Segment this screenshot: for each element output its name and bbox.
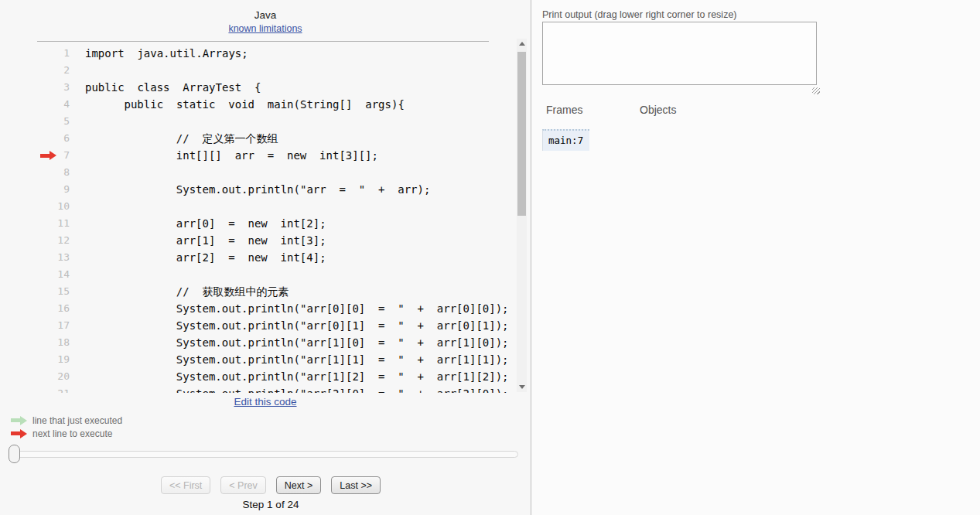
code-text: // 定义第一个数组 xyxy=(85,130,278,147)
line-number: 17 xyxy=(37,317,70,334)
code-text: System.out.println("arr[0][0] = " + arr[… xyxy=(85,300,509,317)
just-executed-arrow-icon xyxy=(11,416,27,425)
line-number: 12 xyxy=(37,232,70,249)
line-number: 1 xyxy=(37,45,70,62)
code-line: 3public class ArrayTest { xyxy=(37,79,517,96)
resize-grip-icon[interactable] xyxy=(812,87,820,94)
code-text: import java.util.Arrays; xyxy=(85,45,248,62)
known-limitations-link[interactable]: known limitations xyxy=(228,23,302,34)
code-line: 16 System.out.println("arr[0][0] = " + a… xyxy=(37,300,517,317)
code-line: 1import java.util.Arrays; xyxy=(37,45,517,62)
code-line: 14 xyxy=(37,266,517,283)
line-number: 10 xyxy=(37,198,70,215)
step-slider[interactable] xyxy=(9,451,518,458)
next-line-label: next line to execute xyxy=(32,428,112,439)
code-lines: 1import java.util.Arrays;23public class … xyxy=(37,45,517,393)
line-number: 5 xyxy=(37,113,70,130)
step-slider-handle[interactable] xyxy=(9,445,20,463)
line-number: 2 xyxy=(37,62,70,79)
prev-button[interactable]: < Prev xyxy=(220,476,265,494)
code-line: 17 System.out.println("arr[0][1] = " + a… xyxy=(37,317,517,334)
code-text: public class ArrayTest { xyxy=(85,79,261,96)
code-text: System.out.println("arr[1][0] = " + arr[… xyxy=(85,334,509,351)
stack-frame-main: main:7 xyxy=(542,129,589,151)
code-line: 7 int[][] arr = new int[3][]; xyxy=(37,147,517,164)
state-panel: Print output (drag lower right corner to… xyxy=(531,0,980,515)
line-number: 16 xyxy=(37,300,70,317)
print-output-label: Print output (drag lower right corner to… xyxy=(542,9,737,20)
scroll-down-icon[interactable] xyxy=(517,382,527,392)
code-text: System.out.println("arr = " + arr); xyxy=(85,181,430,198)
code-text: System.out.println("arr[0][1] = " + arr[… xyxy=(85,317,509,334)
code-text: System.out.println("arr[1][1] = " + arr[… xyxy=(85,351,509,368)
language-title: Java xyxy=(0,9,531,21)
code-scrollbar[interactable] xyxy=(517,39,527,392)
code-line: 6 // 定义第一个数组 xyxy=(37,130,517,147)
code-line: 13 arr[2] = new int[4]; xyxy=(37,249,517,266)
line-number: 11 xyxy=(37,215,70,232)
scrollbar-thumb[interactable] xyxy=(517,52,526,216)
line-number: 13 xyxy=(37,249,70,266)
frames-heading: Frames xyxy=(546,104,582,116)
next-line-arrow-icon xyxy=(40,151,56,160)
code-text: arr[1] = new int[3]; xyxy=(85,232,326,249)
code-line: 11 arr[0] = new int[2]; xyxy=(37,215,517,232)
code-text: int[][] arr = new int[3][]; xyxy=(85,147,378,164)
line-number: 14 xyxy=(37,266,70,283)
next-line-arrow-icon xyxy=(11,429,27,438)
code-text: arr[2] = new int[4]; xyxy=(85,249,326,266)
print-output-textarea[interactable] xyxy=(542,22,817,85)
line-number: 20 xyxy=(37,368,70,385)
code-text: System.out.println("arr[1][2] = " + arr[… xyxy=(85,368,509,385)
code-line: 20 System.out.println("arr[1][2] = " + a… xyxy=(37,368,517,385)
scroll-up-icon[interactable] xyxy=(517,39,527,49)
line-number: 8 xyxy=(37,164,70,181)
code-line: 2 xyxy=(37,62,517,79)
next-button[interactable]: Next > xyxy=(276,476,321,494)
code-text: public static void main(String[] args){ xyxy=(85,96,405,113)
code-line: 8 xyxy=(37,164,517,181)
line-number: 21 xyxy=(37,385,70,393)
code-text: // 获取数组中的元素 xyxy=(85,283,289,300)
code-line: 15 // 获取数组中的元素 xyxy=(37,283,517,300)
just-executed-label: line that just executed xyxy=(32,415,122,426)
last-button[interactable]: Last >> xyxy=(331,476,381,494)
step-counter: Step 1 of 24 xyxy=(0,499,541,510)
line-number: 4 xyxy=(37,96,70,113)
line-number: 18 xyxy=(37,334,70,351)
code-display: 1import java.util.Arrays;23public class … xyxy=(37,42,517,393)
first-button[interactable]: << First xyxy=(161,476,210,494)
code-line: 5 xyxy=(37,113,517,130)
edit-code-link[interactable]: Edit this code xyxy=(234,396,296,408)
objects-heading: Objects xyxy=(640,104,676,116)
code-line: 4 public static void main(String[] args)… xyxy=(37,96,517,113)
code-text: System.out.println("arr[2][0] = " + arr[… xyxy=(85,385,509,393)
code-line: 21 System.out.println("arr[2][0] = " + a… xyxy=(37,385,517,393)
legend: line that just executed next line to exe… xyxy=(11,414,122,440)
code-line: 9 System.out.println("arr = " + arr); xyxy=(37,181,517,198)
code-line: 19 System.out.println("arr[1][1] = " + a… xyxy=(37,351,517,368)
code-line: 18 System.out.println("arr[1][0] = " + a… xyxy=(37,334,517,351)
line-number: 15 xyxy=(37,283,70,300)
line-number: 3 xyxy=(37,79,70,96)
step-controls: << First < Prev Next > Last >> xyxy=(0,476,541,494)
code-text: arr[0] = new int[2]; xyxy=(85,215,326,232)
line-number: 9 xyxy=(37,181,70,198)
visualizer-panel: Java known limitations 1import java.util… xyxy=(0,0,531,515)
code-line: 10 xyxy=(37,198,517,215)
line-number: 19 xyxy=(37,351,70,368)
code-line: 12 arr[1] = new int[3]; xyxy=(37,232,517,249)
heap-headers: Frames Objects xyxy=(546,104,582,116)
viz-header: Java known limitations xyxy=(0,9,531,35)
line-number: 6 xyxy=(37,130,70,147)
